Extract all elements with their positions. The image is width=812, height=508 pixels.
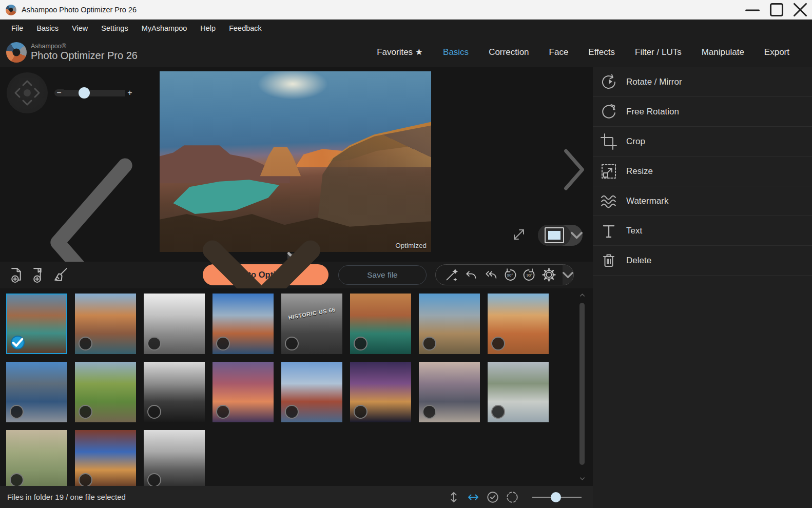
- thumbnail-red-boathouse-lake[interactable]: [281, 362, 342, 422]
- tab-effects[interactable]: Effects: [588, 47, 615, 57]
- zoom-in-icon[interactable]: +: [125, 88, 134, 97]
- select-badge[interactable]: [491, 405, 505, 419]
- thumbnail-mailboxes-row[interactable]: [419, 294, 480, 354]
- thumbnail-sunset-skyline[interactable]: [212, 362, 274, 422]
- select-badge[interactable]: [285, 405, 299, 419]
- thumbnail-cinque-terre-village[interactable]: [75, 294, 136, 354]
- thumbnail-monument-valley[interactable]: [488, 294, 549, 354]
- thumbnail-size-slider[interactable]: [532, 492, 582, 503]
- single-view-icon: [538, 225, 571, 246]
- select-badge[interactable]: [285, 337, 299, 350]
- select-badge[interactable]: [147, 473, 161, 486]
- tab-correction[interactable]: Correction: [489, 47, 529, 57]
- thumbnail-route-66-road[interactable]: HISTORIC US 66: [281, 294, 342, 354]
- zoom-slider[interactable]: − +: [54, 86, 134, 100]
- select-badge[interactable]: [422, 337, 436, 350]
- zoom-slider-thumb[interactable]: [79, 87, 90, 99]
- tool-item-crop[interactable]: Crop: [593, 127, 812, 157]
- tab-filter-luts[interactable]: Filter / LUTs: [635, 47, 682, 57]
- zoom-out-icon[interactable]: −: [54, 89, 64, 96]
- pan-control[interactable]: [7, 72, 48, 113]
- select-all-button[interactable]: [486, 491, 499, 504]
- save-file-button[interactable]: Save file: [338, 265, 427, 285]
- thumbnail-scrollbar[interactable]: [579, 303, 585, 465]
- add-file-button[interactable]: [8, 266, 25, 283]
- menu-item-help[interactable]: Help: [194, 19, 222, 37]
- thumbnail-old-green-truck[interactable]: [75, 362, 136, 422]
- select-badge[interactable]: [10, 473, 24, 486]
- undo-icon[interactable]: [463, 267, 478, 282]
- maximize-button[interactable]: [765, 0, 788, 19]
- rotate-right-90-icon[interactable]: 90°: [522, 267, 537, 282]
- thumbnail-skyline-reflection[interactable]: [419, 362, 480, 422]
- auto-optimize-button[interactable]: Auto Optimize: [203, 264, 328, 285]
- text-icon: [600, 222, 618, 240]
- select-badge[interactable]: [216, 337, 230, 350]
- thumbnail-size-thumb[interactable]: [551, 492, 561, 502]
- thumbnail-fjord-harbor[interactable]: [6, 362, 67, 422]
- tab-manipulate[interactable]: Manipulate: [702, 47, 744, 57]
- tab-basics[interactable]: Basics: [443, 47, 469, 57]
- scroll-down-icon[interactable]: [580, 477, 585, 480]
- zoom-slider-track[interactable]: [64, 90, 125, 96]
- tool-item-delete[interactable]: Delete: [593, 246, 812, 276]
- thumbnail-night-city-lights[interactable]: [350, 362, 411, 422]
- close-button[interactable]: [788, 0, 812, 19]
- thumbnail-fog-bridge-bw[interactable]: [144, 294, 205, 354]
- deselect-button[interactable]: [506, 491, 519, 504]
- tool-item-resize[interactable]: Resize: [593, 157, 812, 186]
- thumbnail-lake-powell-canyon[interactable]: [6, 294, 67, 354]
- select-badge[interactable]: [79, 337, 92, 350]
- tool-item-rotate-mirror[interactable]: Rotate / Mirror: [593, 67, 812, 97]
- menu-item-feedback[interactable]: Feedback: [222, 19, 268, 37]
- thumbnail-buddha-statue[interactable]: [6, 430, 67, 486]
- tab-face[interactable]: Face: [549, 47, 569, 57]
- compare-view-button[interactable]: [538, 225, 583, 246]
- caret-down-icon: [571, 231, 583, 239]
- gear-icon[interactable]: [542, 267, 556, 282]
- minimize-button[interactable]: [741, 0, 765, 19]
- tool-item-text[interactable]: Text: [593, 216, 812, 246]
- selected-check-badge[interactable]: [11, 336, 25, 349]
- menu-item-basics[interactable]: Basics: [30, 19, 65, 37]
- fit-height-button[interactable]: [447, 491, 460, 504]
- thumbnail-horseshoe-bend[interactable]: [350, 294, 411, 354]
- scroll-up-icon[interactable]: [580, 294, 585, 297]
- next-image-button[interactable]: [555, 146, 593, 193]
- thumbnail-lake-bled-church[interactable]: [488, 362, 549, 422]
- undo-all-icon[interactable]: [483, 267, 498, 282]
- select-badge[interactable]: [79, 473, 92, 486]
- select-badge[interactable]: [216, 405, 230, 419]
- thumbnail-stone-staircase-bw[interactable]: [144, 362, 205, 422]
- select-badge[interactable]: [147, 405, 161, 419]
- select-badge[interactable]: [79, 405, 92, 419]
- quick-actions-dropdown[interactable]: [563, 265, 573, 285]
- thumbnail-temple-incense[interactable]: [75, 430, 136, 486]
- menu-item-view[interactable]: View: [65, 19, 94, 37]
- select-badge[interactable]: [354, 405, 368, 419]
- select-badge[interactable]: [422, 405, 436, 419]
- tool-item-free-rotation[interactable]: Free Rotation: [593, 97, 812, 127]
- select-badge[interactable]: [354, 337, 368, 350]
- clear-list-button[interactable]: [52, 266, 69, 283]
- ribbon-tabs: Favorites ★BasicsCorrectionFaceEffectsFi…: [377, 47, 812, 57]
- tab-export[interactable]: Export: [764, 47, 789, 57]
- select-badge[interactable]: [491, 337, 505, 350]
- statusbar: Files in folder 19 / one file selected: [0, 486, 593, 508]
- compare-view-dropdown[interactable]: [571, 231, 583, 239]
- add-folder-button[interactable]: [30, 266, 47, 283]
- thumbnail-harbor-boathouses[interactable]: [212, 294, 274, 354]
- select-badge[interactable]: [10, 405, 24, 419]
- tool-item-watermark[interactable]: Watermark: [593, 186, 812, 216]
- menu-item-myashampoo[interactable]: MyAshampoo: [135, 19, 194, 37]
- magic-wand-icon[interactable]: [444, 267, 459, 282]
- select-badge[interactable]: [147, 337, 161, 350]
- menu-item-file[interactable]: File: [5, 19, 30, 37]
- fullscreen-button[interactable]: [511, 226, 527, 243]
- thumbnail-venice-gondolas-bw[interactable]: [144, 430, 205, 486]
- rotate-left-90-icon[interactable]: 90°: [502, 267, 517, 282]
- menu-item-settings[interactable]: Settings: [94, 19, 134, 37]
- app-logo-icon: [6, 5, 16, 15]
- tab-favorites[interactable]: Favorites ★: [377, 47, 423, 57]
- fit-width-button[interactable]: [467, 491, 480, 504]
